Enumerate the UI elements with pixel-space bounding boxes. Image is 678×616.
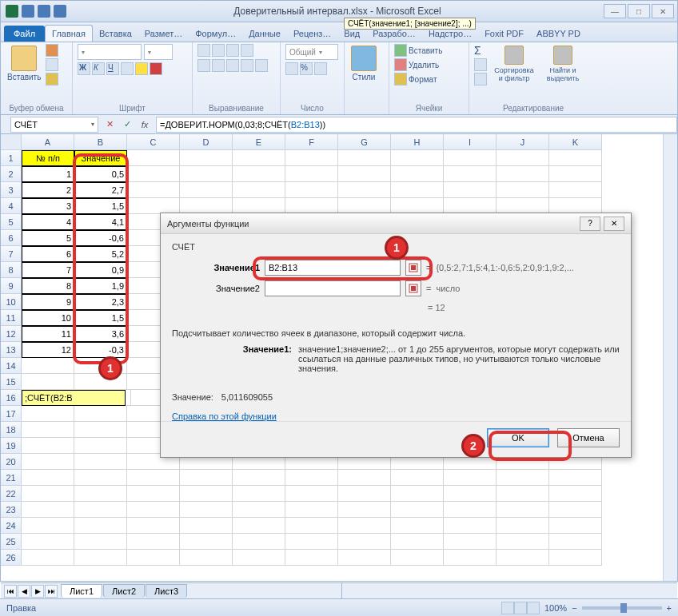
cell[interactable]	[22, 550, 74, 566]
format-cells-button[interactable]: Формат	[394, 73, 464, 85]
dialog-help-button[interactable]: ?	[580, 217, 600, 231]
cancel-formula-icon[interactable]: ✕	[102, 117, 118, 133]
cell[interactable]	[180, 470, 233, 486]
column-header-F[interactable]: F	[285, 134, 338, 150]
ribbon-tab-0[interactable]: Файл	[4, 26, 45, 42]
cell[interactable]	[74, 550, 127, 566]
cell[interactable]: 4	[22, 214, 74, 230]
vertical-scrollbar[interactable]	[663, 134, 677, 581]
cell[interactable]	[497, 150, 549, 166]
cell[interactable]	[549, 470, 602, 486]
cell[interactable]	[127, 166, 180, 182]
cell[interactable]	[285, 486, 338, 502]
cell[interactable]	[180, 182, 233, 198]
cell[interactable]	[233, 150, 285, 166]
row-header[interactable]: 2	[1, 166, 22, 182]
column-header-H[interactable]: H	[391, 134, 444, 150]
sort-filter-button[interactable]: Сортировка и фильтр	[490, 44, 538, 84]
cell[interactable]	[233, 534, 285, 550]
cell[interactable]	[285, 150, 338, 166]
cell[interactable]	[127, 182, 180, 198]
cell[interactable]	[549, 198, 602, 214]
cell[interactable]	[180, 486, 233, 502]
ok-button[interactable]: OK	[487, 428, 549, 447]
cell[interactable]	[391, 550, 444, 566]
cell[interactable]	[338, 502, 391, 518]
cell[interactable]	[338, 470, 391, 486]
cell[interactable]	[338, 182, 391, 198]
cell[interactable]	[549, 182, 602, 198]
cell[interactable]: 0,9	[74, 262, 127, 278]
font-family-select[interactable]: ▾	[78, 44, 142, 60]
close-button[interactable]: ✕	[652, 4, 674, 18]
cell[interactable]	[74, 470, 127, 486]
row-header[interactable]: 4	[1, 198, 22, 214]
sheet-nav-last[interactable]: ⏭	[45, 585, 58, 598]
cell[interactable]	[391, 182, 444, 198]
row-header[interactable]: 23	[1, 502, 22, 518]
row-header[interactable]: 12	[1, 326, 22, 342]
font-color-icon[interactable]	[150, 62, 162, 75]
copy-icon[interactable]	[46, 58, 58, 71]
cell[interactable]	[285, 502, 338, 518]
cell[interactable]	[391, 534, 444, 550]
row-header[interactable]: 1	[1, 150, 22, 166]
cell[interactable]	[497, 486, 549, 502]
cell[interactable]	[22, 358, 74, 374]
enter-formula-icon[interactable]: ✓	[119, 117, 135, 133]
delete-cells-button[interactable]: Удалить	[394, 58, 464, 71]
cell[interactable]	[127, 198, 180, 214]
cell[interactable]	[549, 534, 602, 550]
align-middle-icon[interactable]	[212, 44, 225, 57]
cut-icon[interactable]	[46, 44, 58, 57]
cell[interactable]	[22, 518, 74, 534]
row-header[interactable]: 3	[1, 182, 22, 198]
name-box[interactable]: СЧЁТ▾	[10, 117, 98, 133]
undo-icon[interactable]	[38, 5, 50, 18]
cell[interactable]: -0,6	[74, 230, 127, 246]
cell[interactable]	[444, 518, 497, 534]
cell[interactable]	[233, 502, 285, 518]
cell[interactable]	[127, 550, 180, 566]
view-pagebreak-icon[interactable]	[527, 602, 540, 614]
number-format-select[interactable]: Общий▾	[285, 44, 338, 60]
cell[interactable]	[74, 406, 127, 422]
cell[interactable]	[444, 502, 497, 518]
cell[interactable]: 3,6	[74, 326, 127, 342]
zoom-out-button[interactable]: −	[572, 603, 576, 613]
minimize-button[interactable]: —	[604, 4, 626, 18]
row-header[interactable]: 8	[1, 262, 22, 278]
cell[interactable]: 12	[22, 342, 74, 358]
cell[interactable]: 7	[22, 262, 74, 278]
cell[interactable]	[497, 502, 549, 518]
row-header[interactable]: 14	[1, 358, 22, 374]
insert-cells-button[interactable]: Вставить	[394, 44, 464, 57]
cell[interactable]	[444, 182, 497, 198]
row-header[interactable]: 24	[1, 518, 22, 534]
cell[interactable]	[22, 454, 74, 470]
cell[interactable]	[22, 422, 74, 438]
cell[interactable]: -0,3	[74, 342, 127, 358]
save-icon[interactable]	[22, 5, 34, 18]
cell[interactable]: 4,1	[74, 214, 127, 230]
select-all-corner[interactable]	[1, 134, 22, 150]
cell[interactable]	[180, 550, 233, 566]
sheet-tab[interactable]: Лист1	[61, 584, 102, 598]
row-header[interactable]: 19	[1, 438, 22, 454]
cell[interactable]	[180, 150, 233, 166]
maximize-button[interactable]: □	[628, 4, 650, 18]
cell[interactable]	[74, 534, 127, 550]
cell[interactable]	[285, 470, 338, 486]
cell[interactable]: 5,2	[74, 246, 127, 262]
underline-icon[interactable]: Ч	[106, 62, 119, 75]
cell[interactable]	[22, 438, 74, 454]
cell[interactable]	[233, 182, 285, 198]
row-header[interactable]: 18	[1, 422, 22, 438]
row-header[interactable]: 25	[1, 534, 22, 550]
paste-button[interactable]: Вставить	[6, 44, 42, 83]
cell[interactable]	[444, 166, 497, 182]
row-header[interactable]: 22	[1, 486, 22, 502]
cell[interactable]	[391, 518, 444, 534]
cell[interactable]	[391, 198, 444, 214]
cell[interactable]	[180, 518, 233, 534]
